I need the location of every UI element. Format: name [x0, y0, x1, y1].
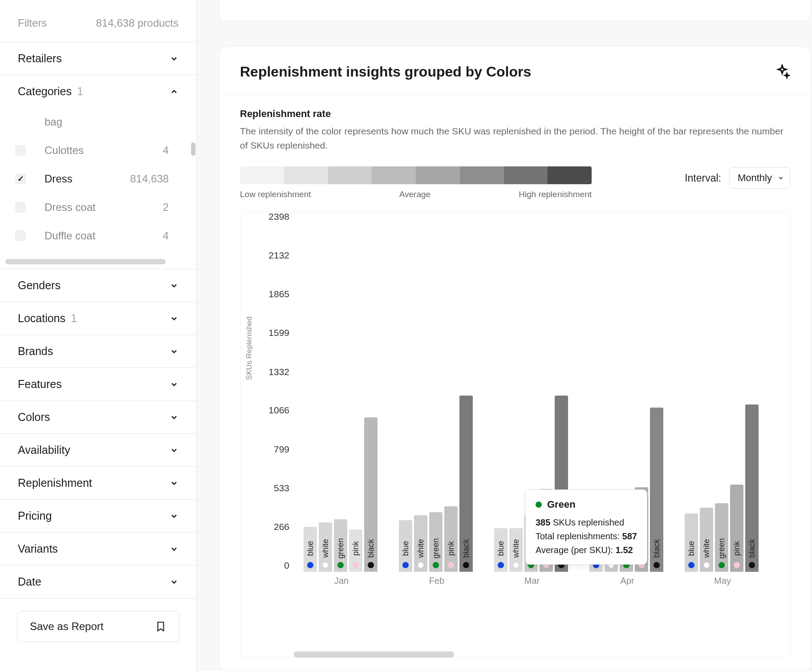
tooltip-line-1: 385 SKUs replenished [536, 516, 637, 530]
bar-color-dot [433, 562, 439, 568]
bar-label: black [747, 539, 757, 558]
y-tick: 2398 [268, 211, 289, 222]
chart-bar[interactable]: pink [730, 485, 743, 572]
card-header: Replenishment insights grouped by Colors [219, 47, 811, 95]
chart-bar[interactable]: blue [685, 513, 698, 572]
save-as-report-label: Save as Report [30, 620, 103, 633]
bar-color-dot [322, 562, 329, 568]
accordion-colors[interactable]: Colors [0, 401, 196, 434]
scrollbar-thumb[interactable] [294, 651, 454, 658]
chevron-down-icon [170, 347, 179, 356]
y-tick: 799 [274, 444, 289, 455]
chart-bar[interactable]: white [414, 515, 427, 572]
chart-bar[interactable]: pink [349, 530, 362, 572]
accordion-features-label: Features [18, 378, 62, 391]
y-axis: SKUs Replenished 02665337991066133215991… [258, 223, 295, 588]
accordion-features[interactable]: Features [0, 368, 196, 401]
chart-bar[interactable]: black [650, 408, 663, 572]
filters-header: Filters 814,638 products [0, 0, 196, 42]
chart-plot[interactable]: Green 385 SKUs replenished Total repleni… [295, 223, 781, 588]
categories-scrollbar-vertical[interactable] [191, 112, 195, 254]
categories-list: bagCulottes4Dress814,638Dress coat2Duffl… [0, 108, 196, 258]
accordion-brands[interactable]: Brands [0, 335, 196, 368]
scrollbar-thumb[interactable] [5, 259, 166, 264]
category-checkbox[interactable] [15, 174, 26, 184]
y-tick: 0 [284, 560, 289, 571]
gradient-labels: Low replenishment Average High replenish… [240, 190, 592, 199]
filters-label: Filters [18, 17, 47, 29]
bar-label: pink [732, 541, 742, 556]
product-count: 814,638 products [96, 17, 179, 29]
chart-bar[interactable]: white [700, 508, 713, 572]
bar-label: black [462, 539, 471, 558]
category-count: 4 [163, 144, 187, 157]
categories-active-count: 1 [77, 85, 83, 98]
bar-color-dot [448, 562, 454, 568]
bar-label: blue [306, 541, 315, 556]
chart-bar[interactable]: pink [444, 506, 458, 572]
category-item[interactable]: Duffle coat4 [15, 222, 191, 250]
y-tick: 1332 [268, 367, 289, 377]
accordion-variants[interactable]: Variants [0, 533, 196, 566]
bar-color-dot [734, 562, 740, 568]
chart-bar[interactable]: black [459, 396, 473, 572]
category-item[interactable]: Culottes4 [15, 136, 191, 165]
chart-bar[interactable]: blue [494, 528, 508, 572]
bar-color-dot [307, 562, 313, 568]
accordion-retailers[interactable]: Retailers [0, 42, 196, 75]
bar-label: white [416, 539, 426, 558]
chart-bar[interactable]: black [745, 404, 759, 572]
chart-bar[interactable]: black [364, 417, 378, 572]
chart-bar[interactable]: green [334, 519, 347, 572]
chart-bar[interactable]: green [429, 512, 443, 572]
bar-label: blue [687, 541, 696, 556]
accordion-categories-label: Categories 1 [18, 85, 83, 98]
categories-scrollbar-horizontal[interactable] [5, 259, 184, 264]
legend-row: Low replenishment Average High replenish… [219, 157, 811, 203]
accordion-locations[interactable]: Locations 1 [0, 302, 196, 335]
y-tick: 2132 [268, 250, 289, 261]
accordion-replenishment[interactable]: Replenishment [0, 467, 196, 500]
accordion-date[interactable]: Date [0, 566, 196, 598]
accordion-locations-label: Locations 1 [18, 312, 77, 325]
accordion-availability[interactable]: Availability [0, 434, 196, 467]
category-label: Dress coat [36, 201, 153, 214]
chart-bar[interactable]: green [715, 503, 728, 572]
chart-scrollbar-horizontal[interactable] [294, 651, 776, 658]
legend-high: High replenishment [519, 190, 592, 199]
category-item[interactable]: bag [15, 108, 191, 136]
chevron-down-icon [170, 380, 179, 389]
chart-bar[interactable]: blue [399, 520, 412, 572]
category-checkbox[interactable] [15, 202, 26, 213]
chart-bar[interactable]: white [319, 522, 332, 572]
accordion-genders-label: Genders [18, 279, 61, 292]
chart-bar[interactable]: blue [304, 527, 317, 572]
category-checkbox[interactable] [15, 230, 26, 241]
category-item[interactable]: Dress coat2 [15, 193, 191, 222]
chart-plot-area: SKUs Replenished 02665337991066133215991… [258, 223, 781, 588]
x-tick-label: May [714, 576, 731, 586]
save-as-report-button[interactable]: Save as Report [17, 611, 179, 642]
bar-label: white [321, 539, 330, 558]
sparkle-icon[interactable] [774, 64, 790, 80]
accordion-genders[interactable]: Genders [0, 269, 196, 302]
accordion-categories[interactable]: Categories 1 [0, 75, 196, 108]
chevron-down-icon [170, 512, 179, 521]
scrollbar-thumb[interactable] [191, 142, 195, 156]
chart-bar[interactable]: white [509, 528, 523, 572]
category-item[interactable]: Dress814,638 [15, 165, 191, 193]
accordion-date-label: Date [18, 575, 41, 588]
bar-label: black [652, 539, 662, 558]
category-count: 2 [163, 201, 187, 214]
chevron-down-icon [170, 281, 179, 290]
gradient-step [328, 166, 372, 184]
main-content: Replenishment insights grouped by Colors… [197, 0, 812, 671]
y-tick: 1599 [268, 327, 289, 338]
bar-label: green [717, 538, 727, 558]
category-checkbox[interactable] [15, 145, 26, 156]
tooltip-color-dot [536, 501, 542, 508]
accordion-pricing[interactable]: Pricing [0, 500, 196, 533]
x-tick-label: Feb [429, 576, 444, 586]
category-label: Duffle coat [36, 230, 153, 242]
interval-select[interactable]: Monthly [729, 167, 790, 189]
